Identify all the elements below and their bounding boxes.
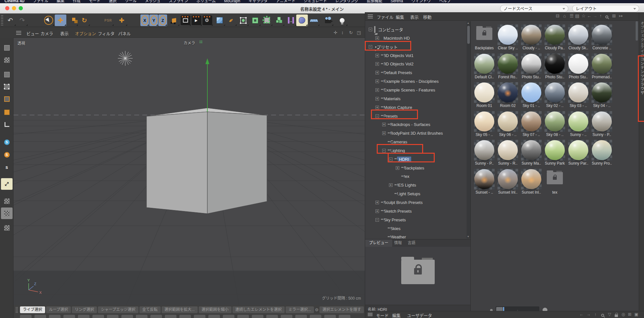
clipped-tool-icon[interactable] — [339, 315, 350, 318]
thumbnail-forest-ro-[interactable]: Forest Ro.. — [496, 53, 519, 81]
scroll-up-icon[interactable]: ▲ — [467, 22, 469, 24]
tree-item-label[interactable]: Sketch Presets — [384, 209, 412, 214]
side-tab-0[interactable]: オブジェクト — [639, 21, 644, 46]
menubar-item-14[interactable]: レンダリング — [335, 0, 358, 3]
selection-button-2[interactable]: リング選択 — [72, 306, 97, 313]
expand-icon[interactable]: + — [375, 97, 379, 101]
thumbnail-cloudy-[interactable]: Cloudy - .. — [520, 24, 543, 52]
thumbnail-sunny-[interactable]: Sunny - .. — [567, 111, 590, 139]
uv-tile-2-button[interactable] — [1, 207, 13, 219]
clipped-tool-icon[interactable] — [208, 315, 220, 318]
clipped-tool-icon[interactable] — [223, 315, 234, 318]
preview-tab-0[interactable]: プレビュー — [365, 239, 392, 247]
tree-item-label[interactable]: 3D Objects Vol2 — [384, 62, 413, 66]
bottom-menu-icon[interactable] — [368, 313, 373, 316]
expand-icon[interactable]: + — [375, 201, 379, 204]
nodespace-dropdown[interactable]: ノードスペース — [500, 5, 568, 12]
bottom-menu-2[interactable]: ユーザデータ — [407, 312, 432, 318]
thumbnail-scrollbar[interactable] — [636, 21, 638, 41]
menubar-item-17[interactable]: ウィンドウ — [412, 0, 431, 3]
thumbnail-default-ci-[interactable]: Default Ci.. — [473, 53, 496, 81]
scene-light-tool[interactable] — [336, 14, 348, 26]
toolbar-grip[interactable] — [1, 15, 3, 25]
polygon-mode-button[interactable] — [1, 106, 13, 118]
clipped-tool-icon[interactable] — [92, 315, 104, 318]
thumbnail-sunny-p-[interactable]: Sunny - P.. — [473, 139, 496, 168]
thumbnail-sky-01-[interactable]: Sky 01 - .. — [520, 82, 543, 110]
tree-item-label[interactable]: Backplates — [404, 166, 424, 170]
tree-item-sculpt-brush-presets[interactable]: +Sculpt Brush Presets — [366, 198, 467, 207]
clipped-tool-icon[interactable] — [266, 315, 278, 318]
viewport-menu-1[interactable]: カメラ — [41, 30, 53, 36]
tree-item-label[interactable]: Motion Capture — [384, 105, 412, 110]
bottom-menu-1[interactable]: 編集 — [392, 312, 401, 318]
viewport-menu-4[interactable]: フィルタ — [98, 30, 115, 36]
clipped-tool-icon[interactable] — [252, 315, 263, 318]
expand-icon[interactable]: + — [382, 131, 386, 135]
favorites-star-icon[interactable]: ☆ — [582, 13, 586, 18]
tree-item-label[interactable]: Backdrops - Surfaces — [390, 122, 430, 127]
point-mode-button[interactable] — [1, 81, 13, 92]
up-icon[interactable]: ↑ — [594, 312, 597, 317]
move-tool[interactable]: ✚ — [55, 14, 66, 26]
up-icon[interactable]: ↑ — [600, 13, 602, 18]
thumbnail-sky-07-[interactable]: Sky 07 - .. — [520, 111, 543, 139]
tree-item--[interactable]: −コンピュータ — [366, 25, 467, 34]
volume-tool[interactable] — [296, 14, 308, 26]
thumbnail-sunset-inl-[interactable]: Sunset Inl.. — [520, 168, 543, 197]
search-icon[interactable] — [601, 312, 604, 317]
gear-icon[interactable]: ⚙ — [315, 306, 319, 313]
add-icon[interactable]: ⊞ — [628, 312, 631, 317]
clipped-tool-icon[interactable] — [136, 315, 147, 318]
clipped-tool-icon[interactable] — [63, 315, 75, 318]
thumbnail-cloudy-sk-[interactable]: Cloudy Sk.. — [567, 24, 590, 52]
viewport-menu-2[interactable]: 表示 — [60, 30, 69, 36]
selection-button-7[interactable]: 連続したエレメントを選択 — [232, 306, 285, 313]
tree-item-skies[interactable]: Skies — [366, 224, 467, 233]
workplane-mode-button[interactable] — [1, 119, 13, 130]
deformer-tool[interactable] — [261, 14, 273, 26]
selection-button-9[interactable]: 選択エレメントを隠す — [319, 306, 364, 313]
enable-axis-tool[interactable]: ✚ — [116, 14, 128, 26]
back-icon[interactable]: ← — [579, 312, 583, 317]
collapse-icon[interactable]: − — [369, 28, 372, 31]
scene-camera-tool[interactable] — [322, 14, 334, 26]
menubar-item-8[interactable]: スプライン — [169, 0, 188, 3]
thumbnail-tex[interactable]: tex — [543, 168, 566, 197]
edge-mode-button[interactable] — [1, 93, 13, 105]
selection-button-4[interactable]: 全て反転 — [139, 306, 161, 313]
menubar-item-6[interactable]: ツール — [125, 0, 137, 3]
uv-tile-1-button[interactable] — [1, 195, 13, 207]
lock-y-axis-tool[interactable]: Y — [149, 14, 158, 26]
thumbnail-sunny-p-[interactable]: Sunny - P.. — [590, 111, 613, 139]
thumbnail-clear-sky-[interactable]: Clear Sky .. — [496, 24, 519, 52]
expand-icon[interactable]: + — [375, 209, 379, 213]
menubar-item-15[interactable]: 拡張機能 — [367, 0, 382, 3]
thumbnail-sunny-par-[interactable]: Sunny Par.. — [567, 139, 590, 168]
thumbnail-photo-stu-[interactable]: Photo Stu.. — [520, 53, 543, 81]
subdivision-surface-tool[interactable] — [237, 14, 249, 26]
clipped-tool-icon[interactable] — [165, 315, 176, 318]
clipped-tool-icon[interactable] — [295, 315, 307, 318]
collapse-icon[interactable]: − — [375, 218, 379, 222]
thumbnail-sky-05-[interactable]: Sky 05 - .. — [473, 111, 496, 139]
tree-item-example-scenes-disciplines[interactable]: +Example Scenes - Disciplines — [366, 77, 467, 86]
dolly-view-icon[interactable]: ↕ — [341, 30, 344, 35]
toolbar-grip[interactable] — [15, 307, 18, 313]
tree-item-label[interactable]: Materials — [384, 96, 401, 101]
tree-item-label[interactable]: BodyPaint 3D Artist Brushes — [390, 131, 443, 136]
tree-item-label[interactable]: Example Scenes - Disciplines — [384, 79, 439, 84]
coordinate-system-tool[interactable] — [168, 14, 180, 26]
tree-item-light-setups[interactable]: Light Setups — [366, 189, 467, 198]
clipped-tool-icon[interactable] — [150, 315, 162, 318]
tree-item-3d-objects-vol2[interactable]: +3D Objects Vol2 — [366, 60, 467, 68]
record-icon[interactable]: ◎ — [621, 312, 625, 317]
render-to-picture-viewer-tool[interactable]: ▶ — [191, 14, 202, 26]
clipped-tool-icon[interactable] — [121, 315, 133, 318]
viewport[interactable]: Y X Z 透視 カメラ グリッド間隔 : 500 cm — [14, 38, 365, 305]
rotate-tool[interactable]: ↻ — [79, 14, 90, 26]
thumbnail-sky-08-[interactable]: Sky 08 - .. — [543, 111, 566, 139]
thumbnail-sunset-[interactable]: Sunset - .. — [473, 168, 496, 197]
spline-pen-tool[interactable]: ✒ — [225, 14, 237, 26]
menubar-item-7[interactable]: メッシュ — [145, 0, 160, 3]
